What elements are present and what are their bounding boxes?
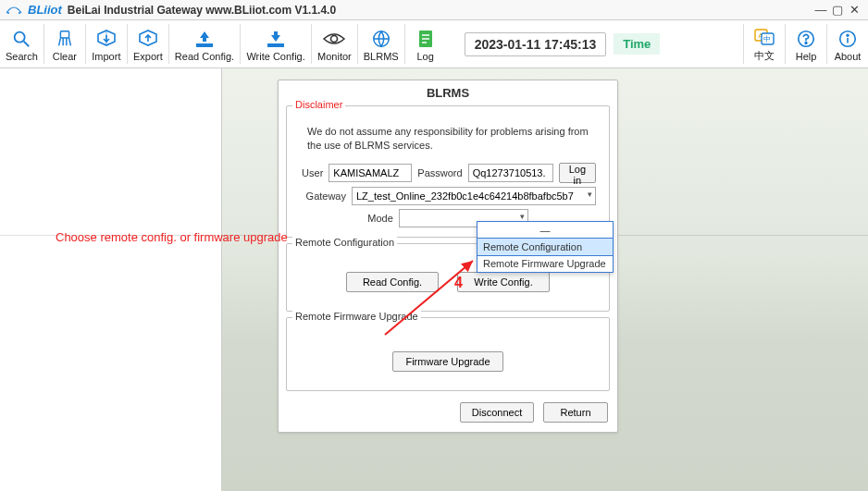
mode-dropdown[interactable]: — Remote Configuration Remote Firmware U… xyxy=(477,221,614,273)
return-button[interactable]: Return xyxy=(543,402,608,423)
remote-firmware-group: Remote Firmware Upgrade Firmware Upgrade xyxy=(286,317,610,391)
eye-icon xyxy=(322,27,346,51)
clear-button[interactable]: Clear xyxy=(44,20,85,68)
svg-point-18 xyxy=(847,34,849,36)
language-button[interactable]: A中 中文 xyxy=(744,20,785,68)
mode-option-firmware-upgrade[interactable]: Remote Firmware Upgrade xyxy=(477,255,613,272)
log-icon xyxy=(416,27,435,51)
import-button[interactable]: Import xyxy=(86,20,127,68)
download-icon xyxy=(264,27,288,51)
search-button[interactable]: Search xyxy=(0,20,43,68)
dialog-read-config-button[interactable]: Read Config. xyxy=(346,272,439,292)
remote-firmware-legend: Remote Firmware Upgrade xyxy=(292,311,421,322)
dialog-write-config-button[interactable]: Write Config. xyxy=(457,272,550,292)
disconnect-button[interactable]: Disconnect xyxy=(460,402,534,423)
blrms-dialog: BLRMS Disclaimer We do not assume any re… xyxy=(278,80,618,433)
monitor-button[interactable]: Monitor xyxy=(312,20,357,68)
firmware-upgrade-button[interactable]: Firmware Upgrade xyxy=(392,351,503,372)
mode-option-dash[interactable]: — xyxy=(477,222,613,239)
user-input[interactable] xyxy=(329,164,412,182)
user-label: User xyxy=(300,167,323,178)
mode-option-remote-config[interactable]: Remote Configuration xyxy=(477,238,614,256)
svg-point-1 xyxy=(19,12,20,14)
content-area: Choose remote config. or firmware upgrad… xyxy=(0,68,868,491)
svg-point-0 xyxy=(7,12,9,14)
export-button[interactable]: Export xyxy=(128,20,168,68)
blrms-button[interactable]: BLRMS xyxy=(358,20,404,68)
about-button[interactable]: About xyxy=(827,20,868,68)
time-button[interactable]: Time xyxy=(614,33,660,55)
svg-text:中: 中 xyxy=(763,35,771,43)
left-tree-panel[interactable] xyxy=(0,68,222,491)
disclaimer-text: We do not assume any responsibility for … xyxy=(294,123,601,159)
brand-text: BLiiot xyxy=(28,3,62,17)
import-icon xyxy=(95,27,118,51)
svg-point-2 xyxy=(15,31,25,42)
upload-icon xyxy=(192,27,217,51)
svg-point-16 xyxy=(805,42,807,43)
help-button[interactable]: Help xyxy=(786,20,826,68)
log-button[interactable]: Log xyxy=(405,20,446,68)
gateway-label: Gateway xyxy=(300,190,346,202)
svg-point-5 xyxy=(331,35,338,42)
search-icon xyxy=(11,27,31,51)
password-label: Password xyxy=(417,167,462,178)
mode-label: Mode xyxy=(367,213,393,224)
disclaimer-legend: Disclaimer xyxy=(292,99,345,110)
help-icon xyxy=(796,27,816,51)
brush-icon xyxy=(55,27,75,51)
minimize-button[interactable]: — xyxy=(812,2,829,18)
svg-line-3 xyxy=(24,41,30,46)
read-config-button[interactable]: Read Config. xyxy=(169,20,240,68)
svg-rect-4 xyxy=(60,31,68,37)
window-title: BeiLai Industrial Gateway www.BLiiot.com… xyxy=(68,4,336,17)
remote-config-legend: Remote Configuration xyxy=(292,237,397,248)
main-toolbar: Search Clear Import Export Read Config. … xyxy=(0,20,868,68)
write-config-button[interactable]: Write Config. xyxy=(241,20,311,68)
gateway-select[interactable] xyxy=(352,187,596,205)
password-input[interactable] xyxy=(468,164,553,182)
timestamp-display: 2023-01-11 17:45:13 xyxy=(465,32,607,56)
globe-icon xyxy=(371,27,391,51)
maximize-button[interactable]: ▢ xyxy=(829,2,846,18)
close-button[interactable]: ✕ xyxy=(846,2,862,18)
info-icon xyxy=(837,27,858,51)
main-panel: Choose remote config. or firmware upgrad… xyxy=(222,68,868,491)
title-bar: BLiiot BeiLai Industrial Gateway www.BLi… xyxy=(0,0,868,20)
export-icon xyxy=(137,27,159,51)
login-button[interactable]: Log in xyxy=(559,163,596,183)
disclaimer-group: Disclaimer We do not assume any responsi… xyxy=(286,105,610,238)
translate-icon: A中 xyxy=(753,25,775,49)
app-logo xyxy=(6,5,22,16)
